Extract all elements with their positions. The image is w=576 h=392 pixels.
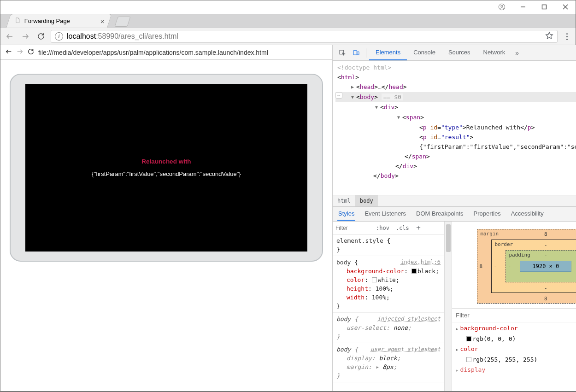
page-viewport: file:///media/developer/apps/usr/palm/ap… <box>0 45 332 391</box>
dom-div-close: </div> <box>335 161 576 171</box>
browser-tabstrip: Forwarding Page × <box>0 14 576 28</box>
styles-filter-input[interactable] <box>335 225 371 231</box>
dom-p-type[interactable]: <p id="type">Relaunched with</p> <box>335 123 576 132</box>
ellipsis-icon[interactable]: ⋯ <box>335 92 342 99</box>
dom-html-open[interactable]: <html> <box>335 72 576 82</box>
sidebar-tab-properties[interactable]: Properties <box>473 207 502 221</box>
svg-marker-8 <box>546 32 552 39</box>
svg-point-1 <box>501 5 503 7</box>
box-model-diagram[interactable]: margin 8 8 8 8 border - - - - padding <box>452 222 576 309</box>
dom-p-result-text: {"firstParam":"firstValue","secondParam"… <box>335 142 576 152</box>
devtools-toolbar: Elements Console Sources Network » <box>333 45 576 61</box>
devtools-panel: Elements Console Sources Network » <!doc… <box>332 45 576 391</box>
bookmark-star-icon[interactable] <box>545 31 553 41</box>
sidebar-tab-accessibility[interactable]: Accessibility <box>510 207 545 221</box>
dom-body-close: </body> <box>335 171 576 181</box>
address-bar-row: i localhost:58990/ares_cli/ares.html <box>0 28 576 45</box>
box-model-content-size: 1920 × 0 <box>520 261 571 272</box>
browser-tab[interactable]: Forwarding Page × <box>6 14 112 28</box>
inner-forward-button[interactable] <box>16 48 24 57</box>
crumb-body[interactable]: body <box>355 195 378 206</box>
inner-url: file:///media/developer/apps/usr/palm/ap… <box>38 49 268 56</box>
inner-reload-button[interactable] <box>27 48 35 57</box>
dom-div[interactable]: <div> <box>335 102 576 112</box>
devtools-tab-overflow[interactable]: » <box>511 49 523 57</box>
sidebar-tab-dom-breakpoints[interactable]: DOM Breakpoints <box>415 207 464 221</box>
styles-cls-toggle[interactable]: .cls <box>394 225 411 231</box>
tab-close-icon[interactable]: × <box>100 17 105 25</box>
devtools-tab-console[interactable]: Console <box>407 45 442 60</box>
browser-menu-button[interactable] <box>561 33 572 40</box>
devtools-tab-elements[interactable]: Elements <box>369 45 407 60</box>
site-info-icon[interactable]: i <box>55 32 63 41</box>
inner-back-button[interactable] <box>5 48 12 57</box>
dom-body-selected[interactable]: ⋯ <body> == $0 <box>335 92 576 102</box>
styles-pane: :hov .cls ＋ element.style {}body {index.… <box>333 222 445 391</box>
window-close-button[interactable] <box>555 0 576 14</box>
url-path: :58990/ares_cli/ares.html <box>96 32 178 41</box>
window-maximize-button[interactable] <box>534 0 555 14</box>
svg-rect-3 <box>542 5 547 9</box>
page-icon <box>14 17 24 25</box>
window-minimize-button[interactable] <box>512 0 534 14</box>
sidebar-tab-event-listeners[interactable]: Event Listeners <box>364 207 407 221</box>
device-frame: Relaunched with {"firstParam":"firstValu… <box>10 74 323 262</box>
computed-filter-input[interactable] <box>456 312 483 319</box>
dom-head[interactable]: <head>…</head> <box>335 82 576 92</box>
dom-tree[interactable]: <!doctype html> <html> <head>…</head> ⋯ … <box>333 61 576 195</box>
devtools-tab-network[interactable]: Network <box>477 45 512 60</box>
app-line-type: Relaunched with <box>141 158 191 165</box>
nav-reload-button[interactable] <box>35 30 47 42</box>
inner-navbar: file:///media/developer/apps/usr/palm/ap… <box>0 45 332 60</box>
url-host: localhost <box>67 32 96 41</box>
app-screen: Relaunched with {"firstParam":"firstValu… <box>25 84 307 252</box>
url-input[interactable]: i localhost:58990/ares_cli/ares.html <box>51 30 558 43</box>
elements-breadcrumb[interactable]: html body <box>333 195 576 207</box>
sidebar-tab-styles[interactable]: Styles <box>337 207 355 221</box>
tab-title: Forwarding Page <box>24 18 70 24</box>
new-tab-button[interactable] <box>114 17 130 27</box>
styles-rules-list[interactable]: element.style {}body {index.html:6backgr… <box>333 234 444 391</box>
styles-scrollbar[interactable] <box>445 222 452 391</box>
window-titlebar <box>0 0 576 14</box>
inspect-element-icon[interactable] <box>335 46 349 60</box>
dom-p-result-open[interactable]: <p id="result"> <box>335 132 576 142</box>
nav-back-button[interactable] <box>4 30 16 42</box>
user-account-icon[interactable] <box>491 0 512 14</box>
crumb-html[interactable]: html <box>333 195 355 206</box>
elements-sidebar-tabs: Styles Event Listeners DOM Breakpoints P… <box>333 207 576 222</box>
svg-rect-13 <box>357 52 359 55</box>
dom-doctype: <!doctype html> <box>335 63 576 72</box>
toggle-device-icon[interactable] <box>349 46 363 60</box>
dom-span[interactable]: <span> <box>335 112 576 123</box>
dom-span-close: </span> <box>335 152 576 161</box>
computed-list[interactable]: background-color rgb(0, 0, 0)color rgb(2… <box>452 322 576 376</box>
nav-forward-button[interactable] <box>19 30 31 42</box>
devtools-tab-sources[interactable]: Sources <box>442 45 477 60</box>
styles-hov-toggle[interactable]: :hov <box>374 225 391 231</box>
styles-new-rule-button[interactable]: ＋ <box>415 223 422 233</box>
svg-rect-12 <box>353 50 357 54</box>
app-line-result: {"firstParam":"firstValue","secondParam"… <box>92 170 241 177</box>
